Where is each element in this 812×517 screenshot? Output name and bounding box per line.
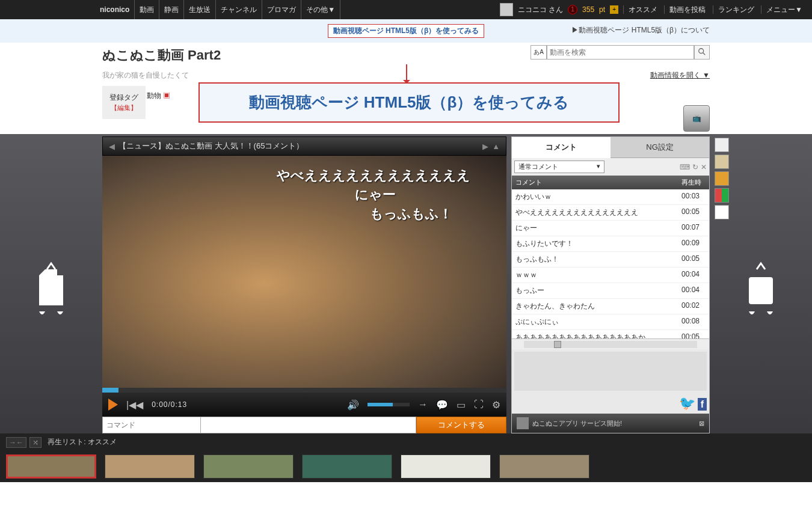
close-icon[interactable]: ✕	[701, 163, 707, 171]
nav-ranking[interactable]: ランキング	[713, 5, 759, 14]
comment-row[interactable]: もっふもふ！00:05	[512, 252, 709, 268]
comment-row[interactable]: かわいいｗ00:03	[512, 189, 709, 205]
arrow-down-icon	[406, 64, 407, 82]
col-comment[interactable]: コメント	[512, 176, 678, 189]
playlist-thumb[interactable]	[499, 454, 589, 479]
playlist-thumb[interactable]	[105, 454, 195, 479]
reload-icon[interactable]: ↻	[692, 163, 698, 171]
comment-row[interactable]: やべえええええええええええええええ00:05	[512, 205, 709, 221]
playlist-thumb[interactable]	[6, 454, 96, 479]
comment-row[interactable]: あああああああああああああああああか…00:05	[512, 330, 709, 338]
side-thumb-2[interactable]	[715, 154, 729, 169]
tab-ng[interactable]: NG設定	[611, 137, 709, 158]
html5-big-banner[interactable]: 動画視聴ページ HTML5版（β）を使ってみる	[198, 82, 620, 123]
comment-display-icon[interactable]: 💬	[436, 399, 448, 411]
twitter-icon[interactable]: 🐦	[679, 396, 695, 411]
side-thumb-1[interactable]	[715, 138, 729, 152]
comment-row[interactable]: ぷにぃぷにぃ00:08	[512, 314, 709, 330]
tab-comment[interactable]: コメント	[512, 137, 611, 158]
playlist-thumb[interactable]	[203, 454, 294, 479]
html5-about-link[interactable]: ▶動画視聴ページ HTML5版（β）について	[571, 25, 710, 35]
add-points-icon[interactable]: +	[610, 5, 618, 14]
post-comment-button[interactable]: コメントする	[416, 417, 506, 433]
prev-video-button[interactable]	[24, 260, 78, 314]
app-notice-text: ぬこぬこアプリ サービス開始!	[532, 419, 622, 428]
playlist-label: 再生リスト: オススメ	[48, 437, 117, 447]
comment-type-select[interactable]: 通常コメント▾	[514, 161, 604, 173]
points[interactable]: 355	[582, 0, 594, 19]
settings-icon[interactable]: ⚙	[492, 399, 500, 411]
comment-list[interactable]: かわいいｗ00:03やべえええええええええええええええ00:05にゃー00:07…	[512, 189, 709, 338]
overlay-comment: やべええええええええええええ	[277, 167, 470, 185]
fullscreen-icon[interactable]: ⛶	[474, 399, 484, 410]
news-next-icon[interactable]: ▶	[482, 142, 488, 151]
h-scrollbar[interactable]	[512, 338, 709, 349]
play-button[interactable]	[108, 399, 118, 411]
playlist-thumbs	[0, 451, 812, 482]
chevron-down-icon: ▾	[597, 162, 600, 171]
search-input[interactable]	[547, 45, 694, 60]
side-thumb-3[interactable]	[715, 171, 729, 186]
svg-point-0	[699, 48, 704, 53]
app-icon	[517, 417, 529, 429]
playlist-thumb[interactable]	[401, 454, 491, 479]
wide-icon[interactable]: ▭	[457, 399, 466, 411]
username[interactable]: ニコニコ さん	[518, 0, 563, 19]
search-button[interactable]	[694, 45, 710, 60]
facebook-icon[interactable]: f	[698, 398, 707, 411]
html5-banner: 動画視聴ページ HTML5版（β）を使ってみる ▶動画視聴ページ HTML5版（…	[0, 19, 812, 43]
nav-video[interactable]: 動画	[135, 0, 159, 19]
playlist-shuffle-icon[interactable]: ⤨	[29, 437, 42, 448]
command-input[interactable]	[102, 417, 201, 433]
open-info-link[interactable]: 動画情報を開く ▼	[650, 70, 710, 81]
news-prev-icon[interactable]: ◀	[109, 142, 115, 151]
svg-rect-2	[39, 277, 63, 304]
side-thumb-4[interactable]	[715, 188, 729, 203]
comment-row[interactable]: もふりたいです！00:09	[512, 236, 709, 252]
playlist-mode-icon[interactable]: →←	[6, 437, 26, 448]
comment-row[interactable]: もっふー00:04	[512, 283, 709, 299]
tag-edit-link[interactable]: 【編集】	[109, 103, 138, 113]
comment-row[interactable]: ｗｗｗ00:04	[512, 268, 709, 283]
playlist-thumb[interactable]	[302, 454, 392, 479]
nav-live[interactable]: 生放送	[184, 0, 216, 19]
news-bar[interactable]: ◀ 【ニュース】ぬこぬこ動画 大人気！！(65コメント） ▶ ▲	[102, 136, 506, 156]
avatar[interactable]	[500, 3, 513, 16]
video-frame-image	[102, 156, 506, 388]
tag-animal[interactable]: 動物 ▣	[147, 91, 170, 101]
volume-slider[interactable]	[368, 403, 410, 406]
volume-icon[interactable]: 🔊	[347, 399, 359, 411]
time-display: 0:00/0:13	[152, 400, 187, 409]
html5-try-link[interactable]: 動画視聴ページ HTML5版（β）を使ってみる	[328, 24, 485, 38]
comment-row[interactable]: にゃー00:07	[512, 221, 709, 236]
playlist-bar: →← ⤨ 再生リスト: オススメ	[0, 433, 812, 451]
repeat-icon[interactable]: →	[418, 399, 428, 410]
tv-button[interactable]: 📺	[683, 105, 710, 132]
prev-button[interactable]: |◀◀	[126, 399, 143, 411]
nav-other[interactable]: その他▼	[301, 0, 340, 19]
nav-menu[interactable]: メニュー▼	[761, 5, 807, 14]
nav-upload[interactable]: 動画を投稿	[664, 5, 710, 14]
nav-seiga[interactable]: 静画	[159, 0, 184, 19]
comment-row[interactable]: きゃわたん、きゃわたん00:02	[512, 299, 709, 314]
app-notice-close-icon[interactable]: ⊠	[699, 420, 704, 427]
nav-blomaga[interactable]: ブロマガ	[262, 0, 301, 19]
brand[interactable]: niconico	[100, 0, 135, 19]
col-time[interactable]: 再生時	[678, 176, 709, 189]
tag-panel: 登録タグ 【編集】	[102, 86, 146, 119]
app-notice-bar[interactable]: ぬこぬこアプリ サービス開始! ⊠	[512, 414, 709, 433]
seek-bar[interactable]	[102, 388, 506, 393]
svg-rect-3	[749, 277, 773, 304]
next-video-button[interactable]	[734, 260, 788, 314]
keyboard-icon[interactable]: ⌨	[680, 163, 690, 171]
overlay-comment: にゃー	[355, 186, 396, 204]
video-surface[interactable]: やべええええええええええええ にゃー もっふもふ！	[102, 156, 506, 388]
side-thumb-5[interactable]	[715, 205, 729, 219]
video-player: ◀ 【ニュース】ぬこぬこ動画 大人気！！(65コメント） ▶ ▲ やべえええええ…	[102, 136, 506, 433]
ime-toggle[interactable]: あA	[531, 45, 547, 60]
nav-channel[interactable]: チャンネル	[216, 0, 262, 19]
news-collapse-icon[interactable]: ▲	[492, 142, 500, 151]
nav-recommend[interactable]: オススメ	[623, 5, 662, 14]
comment-input[interactable]	[201, 417, 416, 433]
notification-badge[interactable]: 1	[568, 5, 577, 14]
